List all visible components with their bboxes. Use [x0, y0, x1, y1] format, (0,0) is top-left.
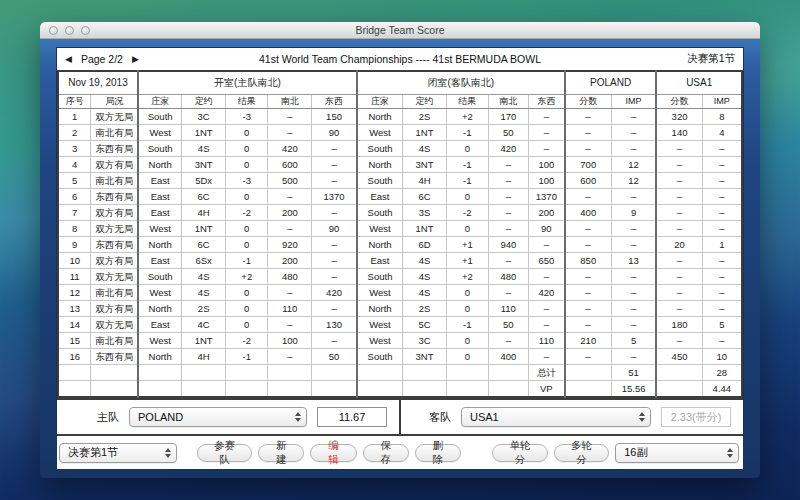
- cell: –: [656, 173, 702, 189]
- cell: 10: [702, 349, 742, 365]
- cell: –: [702, 205, 742, 221]
- cell: 东西有局: [91, 237, 138, 253]
- cell: 200: [529, 205, 565, 221]
- cell: 170: [488, 109, 528, 125]
- cell: [268, 365, 312, 381]
- cell: East: [357, 253, 403, 269]
- cell: [446, 381, 488, 398]
- cell: –: [702, 173, 742, 189]
- delete-button[interactable]: 删除: [415, 444, 461, 462]
- cell: 双方无局: [91, 317, 138, 333]
- home-vp-field[interactable]: [317, 407, 387, 427]
- col-header: 结果: [226, 95, 268, 109]
- column-header-row: 序号局况庄家定约结果南北东西庄家定约结果南北东西分数IMP分数IMP: [58, 95, 742, 109]
- cell: –: [312, 205, 357, 221]
- cell: 6: [58, 189, 91, 205]
- cell: +2: [446, 109, 488, 125]
- cell: 3S: [403, 205, 447, 221]
- vp-row[interactable]: VP15.564.44: [58, 381, 742, 398]
- table-row[interactable]: 13双方有局North2S0110–North2S0110–––––: [58, 301, 742, 317]
- cell: –: [312, 157, 357, 173]
- table-row[interactable]: 4双方有局North3NT0600–North3NT-1–10070012––: [58, 157, 742, 173]
- cell: –: [656, 157, 702, 173]
- table-row[interactable]: 16东西有局North4H-1–50South3NT0400–––45010: [58, 349, 742, 365]
- cell: –: [611, 125, 656, 141]
- cell: –: [529, 349, 565, 365]
- table-row[interactable]: 6东西有局East6C0–1370East6C0–1370––––: [58, 189, 742, 205]
- cell: West: [357, 333, 403, 349]
- cell: 6C: [182, 237, 226, 253]
- cell: –: [611, 285, 656, 301]
- cell: 3NT: [182, 157, 226, 173]
- table-row[interactable]: 1双方无局South3C-3–150North2S+2170–––3208: [58, 109, 742, 125]
- cell: –: [656, 141, 702, 157]
- cell: [138, 381, 182, 398]
- save-button[interactable]: 保存: [363, 444, 409, 462]
- session-select[interactable]: 决赛第1节: [59, 443, 177, 463]
- single-round-button[interactable]: 单轮分: [492, 444, 547, 462]
- cell: -1: [446, 317, 488, 333]
- cell: –: [656, 301, 702, 317]
- cell: [91, 365, 138, 381]
- cell: 0: [446, 221, 488, 237]
- table-row[interactable]: 12南北有局West4S0–420West4S0–420––––: [58, 285, 742, 301]
- cell: –: [611, 189, 656, 205]
- table-row[interactable]: 10双方有局East6Sx-1200–East4S+1–65085013––: [58, 253, 742, 269]
- open-room-header: 开室(主队南北): [138, 71, 357, 95]
- cell: 420: [268, 141, 312, 157]
- cell: 5Dx: [182, 173, 226, 189]
- away-team-select[interactable]: USA1: [461, 407, 651, 427]
- table-row[interactable]: 11双方无局South4S+2480–South4S+2480–––––: [58, 269, 742, 285]
- total-row[interactable]: 总计5128: [58, 365, 742, 381]
- cell: –: [565, 125, 612, 141]
- cell: –: [565, 285, 612, 301]
- cell: 2S: [403, 109, 447, 125]
- window-titlebar[interactable]: Bridge Team Score: [40, 22, 760, 39]
- next-page-icon[interactable]: ▶: [132, 54, 139, 64]
- cell: 4S: [403, 141, 447, 157]
- table-row[interactable]: 14双方无局East4C0–130West5C-150–––1805: [58, 317, 742, 333]
- teams-button[interactable]: 参赛队: [197, 444, 252, 462]
- cell: 90: [312, 125, 357, 141]
- cell: West: [138, 221, 182, 237]
- cell: -1: [446, 173, 488, 189]
- cell: [312, 365, 357, 381]
- cell: –: [611, 269, 656, 285]
- table-row[interactable]: 2南北有局West1NT0–90West1NT-150–––1404: [58, 125, 742, 141]
- cell: –: [702, 285, 742, 301]
- cell: +1: [446, 237, 488, 253]
- table-row[interactable]: 7双方有局East4H-2200–South3S-2–2004009––: [58, 205, 742, 221]
- cell: –: [702, 141, 742, 157]
- cell: 4C: [182, 317, 226, 333]
- cell: 28: [702, 365, 742, 381]
- table-row[interactable]: 8双方无局West1NT0–90West1NT0–90––––: [58, 221, 742, 237]
- cell: 650: [529, 253, 565, 269]
- score-table-body: 1双方无局South3C-3–150North2S+2170–––32082南北…: [58, 109, 742, 398]
- edit-button[interactable]: 编辑: [310, 444, 356, 462]
- away-team-section: 客队 USA1: [399, 400, 743, 434]
- boards-select[interactable]: 16副: [615, 443, 739, 463]
- cell: 0: [226, 157, 268, 173]
- cell: –: [312, 141, 357, 157]
- cell: 110: [529, 333, 565, 349]
- cell: 140: [656, 125, 702, 141]
- cell: 4S: [403, 253, 447, 269]
- cell: North: [138, 301, 182, 317]
- table-row[interactable]: 5南北有局East5Dx-3500–South4H-1–10060012––: [58, 173, 742, 189]
- cell: 东西有局: [91, 141, 138, 157]
- cell: 4S: [182, 285, 226, 301]
- home-team-select[interactable]: POLAND: [129, 407, 307, 427]
- cell: 15.56: [611, 381, 656, 398]
- new-button[interactable]: 新建: [258, 444, 304, 462]
- prev-page-icon[interactable]: ◀: [65, 54, 72, 64]
- cell: 700: [565, 157, 612, 173]
- cell: 3NT: [403, 157, 447, 173]
- col-header: 东西: [529, 95, 565, 109]
- table-row[interactable]: 3东西有局South4S0420–South4S0420–––––: [58, 141, 742, 157]
- cell: 2S: [403, 301, 447, 317]
- cell: –: [312, 301, 357, 317]
- table-row[interactable]: 9东西有局North6C0920–North6D+1940–––201: [58, 237, 742, 253]
- table-row[interactable]: 15南北有局West1NT-2100–West3C0–1102105––: [58, 333, 742, 349]
- cell: 1370: [529, 189, 565, 205]
- multi-round-button[interactable]: 多轮分: [554, 444, 609, 462]
